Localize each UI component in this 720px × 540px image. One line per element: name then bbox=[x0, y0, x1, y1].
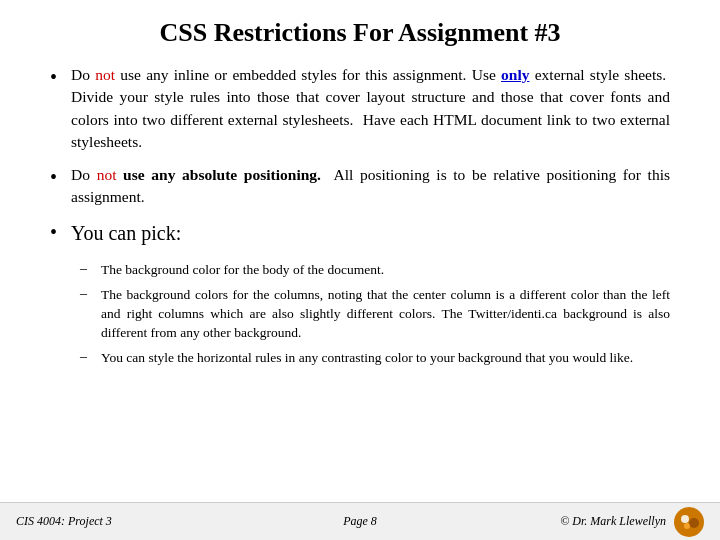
sub-dash-2: – bbox=[80, 286, 87, 302]
footer-left: CIS 4004: Project 3 bbox=[16, 514, 245, 529]
bullet-text-1: Do not use any inline or embedded styles… bbox=[71, 64, 670, 154]
footer-copyright: © Dr. Mark Llewellyn bbox=[560, 514, 666, 529]
sub-text-3: You can style the horizontal rules in an… bbox=[101, 348, 633, 367]
sub-text-1: The background color for the body of the… bbox=[101, 260, 384, 279]
bullet-dot-3: • bbox=[50, 221, 57, 244]
sub-items: – The background color for the body of t… bbox=[50, 258, 670, 370]
bullet-item-2: • Do not use any absolute positioning. A… bbox=[50, 164, 670, 209]
sub-item-3: – You can style the horizontal rules in … bbox=[80, 348, 670, 367]
bullet-text-3: You can pick: bbox=[71, 219, 181, 248]
bullet-dot-2: • bbox=[50, 166, 57, 189]
not-text-1: not bbox=[95, 66, 115, 83]
svg-point-3 bbox=[684, 523, 690, 529]
slide-content: • Do not use any inline or embedded styl… bbox=[0, 58, 720, 502]
footer: CIS 4004: Project 3 Page 8 © Dr. Mark Ll… bbox=[0, 502, 720, 540]
footer-right: © Dr. Mark Llewellyn bbox=[475, 507, 704, 537]
sub-dash-1: – bbox=[80, 261, 87, 277]
sub-item-1: – The background color for the body of t… bbox=[80, 260, 670, 279]
bullet-item-1: • Do not use any inline or embedded styl… bbox=[50, 64, 670, 154]
sub-item-2: – The background colors for the columns,… bbox=[80, 285, 670, 342]
bullet-item-3: • You can pick: bbox=[50, 219, 670, 248]
slide: CSS Restrictions For Assignment #3 • Do … bbox=[0, 0, 720, 540]
bullet-text-2: Do not use any absolute positioning. All… bbox=[71, 164, 670, 209]
sub-text-2: The background colors for the columns, n… bbox=[101, 285, 670, 342]
sub-dash-3: – bbox=[80, 349, 87, 365]
only-text: only bbox=[501, 66, 529, 83]
logo-icon bbox=[675, 508, 703, 536]
footer-center: Page 8 bbox=[245, 514, 474, 529]
slide-title: CSS Restrictions For Assignment #3 bbox=[0, 0, 720, 58]
svg-point-2 bbox=[689, 518, 699, 528]
footer-logo bbox=[674, 507, 704, 537]
not-text-2: not bbox=[97, 166, 117, 183]
svg-point-1 bbox=[681, 515, 689, 523]
absolute-positioning-text: use any absolute positioning. bbox=[123, 166, 321, 183]
bullet-dot-1: • bbox=[50, 66, 57, 89]
